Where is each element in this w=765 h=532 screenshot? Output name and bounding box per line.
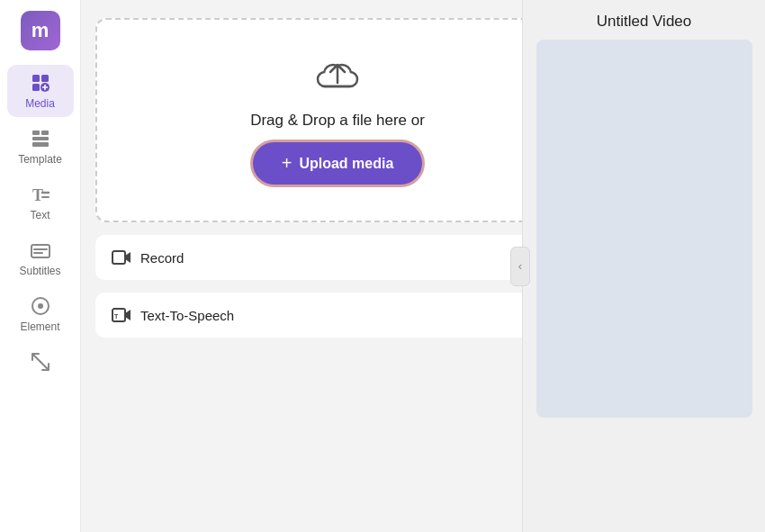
tts-button[interactable]: T Text-To-Speech › (95, 293, 522, 338)
logo-text: m (32, 19, 50, 42)
cloud-upload-icon (312, 56, 363, 99)
main-panel: Drag & Drop a file here or + Upload medi… (81, 0, 522, 532)
svg-rect-9 (32, 137, 49, 140)
media-panel: Drag & Drop a file here or + Upload medi… (81, 0, 522, 356)
element-icon (30, 295, 51, 317)
send-icon (30, 351, 51, 373)
svg-rect-7 (32, 131, 40, 135)
sidebar-item-text[interactable]: T Text (7, 176, 74, 229)
svg-rect-8 (41, 131, 49, 135)
svg-text:T: T (32, 186, 43, 204)
svg-rect-1 (41, 75, 49, 82)
drop-zone[interactable]: Drag & Drop a file here or + Upload medi… (95, 18, 522, 222)
svg-rect-0 (32, 75, 40, 82)
sidebar-item-subtitles-label: Subtitles (19, 265, 60, 277)
sidebar-item-subtitles[interactable]: Subtitles (7, 232, 74, 284)
sidebar-item-text-label: Text (30, 209, 50, 221)
sidebar-item-element-label: Element (20, 320, 59, 333)
sidebar-item-element[interactable]: Element (7, 288, 74, 340)
app-logo[interactable]: m (21, 11, 60, 50)
svg-rect-20 (112, 251, 125, 264)
video-title: Untitled Video (597, 0, 692, 40)
record-icon (112, 249, 131, 266)
upload-media-label: Upload media (299, 156, 393, 172)
record-label: Record (140, 250, 522, 266)
plus-icon: + (282, 153, 292, 174)
svg-rect-10 (32, 142, 49, 147)
collapse-panel-button[interactable]: ‹ (510, 247, 530, 286)
subtitles-icon (30, 239, 51, 261)
template-icon (30, 128, 51, 149)
drag-drop-text: Drag & Drop a file here or (250, 112, 425, 130)
text-icon: T (30, 184, 51, 205)
svg-rect-2 (32, 84, 40, 91)
sidebar-item-transition[interactable] (7, 344, 74, 380)
tts-icon: T (112, 307, 131, 323)
media-icon (30, 72, 51, 94)
right-panel: ‹ Untitled Video (522, 0, 765, 532)
video-preview (536, 40, 752, 418)
svg-text:T: T (114, 313, 119, 320)
svg-point-18 (38, 303, 43, 309)
record-button[interactable]: Record › (95, 235, 522, 280)
svg-rect-14 (32, 245, 50, 257)
tts-label: Text-To-Speech (140, 308, 522, 323)
sidebar-item-template-label: Template (18, 153, 62, 166)
sidebar-item-media-label: Media (25, 97, 55, 110)
sidebar-item-media[interactable]: Media (7, 65, 74, 117)
upload-media-button[interactable]: + Upload media (253, 142, 423, 185)
sidebar: m Media Template (0, 0, 81, 532)
sidebar-item-template[interactable]: Template (7, 121, 74, 173)
